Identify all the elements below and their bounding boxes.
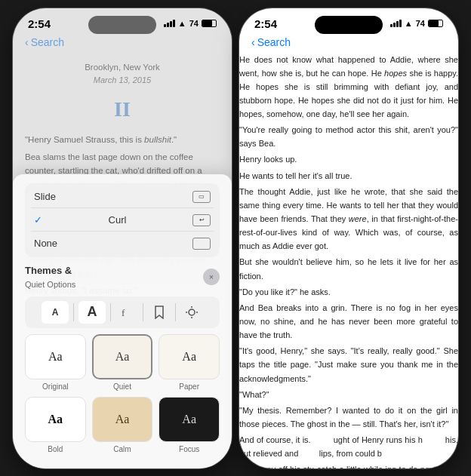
time-left: 2:54 xyxy=(28,17,51,30)
right-para-4: He wants to tell her it's all true. xyxy=(239,169,458,183)
theme-label-bold: Bold xyxy=(48,445,63,453)
battery-label-right: 74 xyxy=(416,19,425,28)
theme-label-original: Original xyxy=(42,382,68,391)
right-para-10: "What?" xyxy=(239,388,458,401)
right-para-2: "You're really going to method actor thi… xyxy=(239,123,458,150)
bookmark-icon xyxy=(154,306,165,319)
large-a: A xyxy=(88,304,97,320)
battery-icon-right xyxy=(428,20,443,27)
svg-point-1 xyxy=(189,309,195,315)
theme-preview-quiet: Aa xyxy=(92,334,153,379)
font-style-button[interactable]: f xyxy=(115,301,138,324)
theme-label-quiet: Quiet xyxy=(113,382,131,391)
right-para-13: pay off his stu-catch a little while ing… xyxy=(239,462,458,468)
battery-label-left: 74 xyxy=(189,19,199,28)
brightness-icon xyxy=(185,306,199,319)
right-para-6: But she wouldn't believe him, so he lets… xyxy=(239,255,458,282)
wifi-icon-right: ▲ xyxy=(405,19,413,28)
decrease-font-button[interactable]: A xyxy=(42,301,69,324)
svg-text:f: f xyxy=(122,307,125,318)
right-para-7: "Do you like it?" he asks. xyxy=(239,285,458,299)
slide-option-none[interactable]: None xyxy=(31,233,214,254)
theme-preview-original: Aa xyxy=(25,334,86,379)
slide-option-curl[interactable]: ✓ Curl ↩ xyxy=(31,210,214,232)
theme-label-calm: Calm xyxy=(113,445,131,453)
right-para-3: Henry looks up. xyxy=(239,152,458,166)
bookmark-button[interactable] xyxy=(148,301,171,324)
theme-preview-paper: Aa xyxy=(159,334,220,379)
right-phone: 2:54 ▲ 74 ‹ Search H xyxy=(239,8,458,468)
right-para-8: And Bea breaks into a grin. There is no … xyxy=(239,301,458,342)
slide-option-slide[interactable]: Slide ▭ xyxy=(31,186,214,208)
theme-paper[interactable]: Aa Paper xyxy=(159,334,220,391)
theme-grid: Aa Original Aa Quiet Aa Pap xyxy=(25,334,220,453)
phones-container: 2:54 ▲ 74 ‹ Search xyxy=(0,0,471,476)
theme-calm[interactable]: Aa Calm xyxy=(92,397,153,453)
theme-focus[interactable]: Aa Focus xyxy=(159,397,220,453)
font-icon: f xyxy=(120,306,134,319)
left-phone: 2:54 ▲ 74 ‹ Search xyxy=(13,8,232,468)
content-area-right: He does not know what happened to Addie,… xyxy=(239,53,458,468)
right-para-9: "It's good, Henry," she says. "It's real… xyxy=(239,344,458,385)
theme-preview-focus: Aa xyxy=(159,397,220,442)
battery-icon-left xyxy=(202,20,217,27)
curl-icon: ↩ xyxy=(192,214,211,226)
right-para-1: He does not know what happened to Addie,… xyxy=(239,53,458,121)
small-a: A xyxy=(52,307,59,318)
font-controls: A A f xyxy=(25,296,220,328)
status-bar-left: 2:54 ▲ 74 xyxy=(13,8,232,33)
theme-original[interactable]: Aa Original xyxy=(25,334,86,391)
signal-icon-left xyxy=(164,20,175,27)
status-icons-right: ▲ 74 xyxy=(390,19,443,28)
themes-title: Themes & Quiet Options xyxy=(25,263,75,290)
popup-panel: Slide ▭ ✓ Curl ↩ None xyxy=(13,174,232,468)
theme-label-paper: Paper xyxy=(179,382,199,391)
theme-quiet[interactable]: Aa Quiet xyxy=(92,334,153,391)
theme-preview-bold: Aa xyxy=(25,397,86,442)
time-right: 2:54 xyxy=(254,17,277,30)
status-bar-right: 2:54 ▲ 74 xyxy=(239,8,458,33)
wifi-icon-left: ▲ xyxy=(178,19,186,28)
themes-header: Themes & Quiet Options × xyxy=(25,263,220,290)
close-button[interactable]: × xyxy=(203,269,220,285)
none-icon xyxy=(192,238,211,250)
nav-bar-right: ‹ Search xyxy=(239,33,458,53)
theme-preview-calm: Aa xyxy=(92,397,153,442)
increase-font-button[interactable]: A xyxy=(78,301,106,324)
slide-icon: ▭ xyxy=(192,191,211,203)
back-button-right[interactable]: ‹ Search xyxy=(251,36,291,48)
theme-label-focus: Focus xyxy=(179,445,199,453)
slide-options: Slide ▭ ✓ Curl ↩ None xyxy=(25,183,220,257)
right-para-5: The thought Addie, just like he wrote, t… xyxy=(239,185,458,253)
status-icons-left: ▲ 74 xyxy=(164,19,217,28)
right-para-11: "My thesis. Remember? I wanted to do it … xyxy=(239,404,458,431)
content-area-left: Brooklyn, New York March 13, 2015 II "He… xyxy=(13,53,232,359)
right-reading-text: He does not know what happened to Addie,… xyxy=(239,53,458,468)
brightness-button[interactable] xyxy=(180,301,203,324)
right-para-12: And of course, it is. ught of Henry runs… xyxy=(239,433,458,460)
signal-icon-right xyxy=(390,20,402,27)
theme-bold[interactable]: Aa Bold xyxy=(25,397,86,453)
